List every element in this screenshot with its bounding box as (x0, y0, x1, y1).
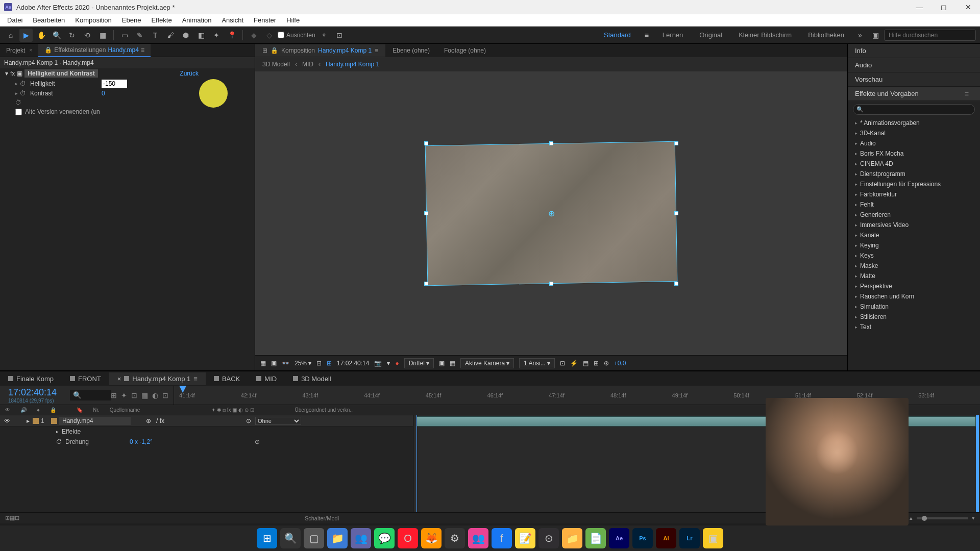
res-icon[interactable]: ⊡ (316, 360, 322, 367)
preset-folder[interactable]: ▸Keys (851, 251, 977, 261)
tl-tab-3d[interactable]: 3D Modell (285, 372, 339, 385)
bc-3dmodell[interactable]: 3D Modell (262, 61, 290, 68)
chevron-right-icon[interactable]: ▸ (15, 81, 18, 86)
tab-vorschau[interactable]: Vorschau (848, 72, 980, 87)
preset-folder[interactable]: ▸Boris FX Mocha (851, 148, 977, 159)
layer-switches[interactable]: ⊕ / fx (146, 417, 164, 424)
zoom-in-icon[interactable]: ▾ (972, 515, 975, 521)
timeline-search-input[interactable] (70, 390, 111, 400)
tab-effect-controls[interactable]: 🔒 Effekteinstellungen Handy.mp4 ≡ (38, 44, 151, 57)
snap-icon[interactable]: ◆ (247, 29, 260, 42)
show-snapshot-icon[interactable]: ▾ (387, 360, 390, 367)
lightroom-taskbar-icon[interactable]: Lr (679, 528, 700, 548)
menu-ebene[interactable]: Ebene (117, 15, 146, 26)
shy-icon[interactable]: ⊡ (131, 391, 137, 399)
photoshop-taskbar-icon[interactable]: Ps (632, 528, 653, 548)
mask-icon[interactable]: 👓 (282, 360, 289, 367)
preset-folder[interactable]: ▸Rauschen und Korn (851, 291, 977, 302)
draft3d-icon[interactable]: ✦ (121, 391, 127, 399)
toggle-switches-icon[interactable]: ⊞ (5, 515, 10, 521)
opera-icon[interactable]: O (398, 528, 418, 548)
layer-row[interactable]: 👁 ▸ 1 Handy.mp4 ⊕ / fx ⊙ Ohne (0, 415, 413, 427)
resize-handle[interactable] (674, 211, 678, 215)
lock-icon[interactable]: 🔒 (271, 47, 278, 54)
preset-folder[interactable]: ▸Generieren (851, 210, 977, 220)
zoom-dropdown[interactable]: 25% ▾ (295, 360, 311, 367)
default-icon[interactable]: ⊡ (333, 29, 346, 42)
eraser-tool[interactable]: ◧ (194, 29, 208, 42)
app-icon[interactable]: ⚙ (445, 528, 465, 548)
effect-name[interactable]: Helligkeit und Kontrast (24, 69, 97, 78)
grid-icon[interactable]: ⊞ (327, 360, 332, 367)
toggle-icon[interactable]: ▣ (271, 360, 277, 367)
maximize-button[interactable]: ◻ (936, 2, 951, 12)
timecode-display[interactable]: 17:02:40:14 (337, 360, 369, 367)
tab-composition[interactable]: ⊞ 🔒 Komposition Handy.mp4 Komp 1 ≡ (255, 44, 385, 57)
camera-tool[interactable]: ▦ (96, 29, 109, 42)
facebook-icon[interactable]: f (492, 528, 512, 548)
solo-column-icon[interactable]: ● (37, 407, 40, 413)
switches-icons[interactable]: ✦ ✱ ⧈ fx ▣ ◐ ⊙ ⊡ (211, 407, 254, 413)
comp-mini-flow-icon[interactable]: ⊞ (111, 391, 117, 399)
folder-icon[interactable]: 📁 (562, 528, 582, 548)
workspace-more-icon[interactable]: » (853, 29, 867, 42)
resize-handle[interactable] (549, 141, 553, 145)
preset-folder[interactable]: ▸Kanäle (851, 230, 977, 240)
preset-search-input[interactable]: 🔍 (853, 104, 975, 115)
pen-tool[interactable]: ✎ (133, 29, 146, 42)
anchor-point-icon[interactable]: ⊕ (547, 209, 555, 217)
layer-effects-group[interactable]: ▸ Effekte (0, 427, 413, 437)
whatsapp-icon[interactable]: 💬 (374, 528, 395, 548)
stamp-tool[interactable]: ⬢ (179, 29, 192, 42)
fast-preview-icon[interactable]: ⚡ (570, 360, 578, 367)
menu-bearbeiten[interactable]: Bearbeiten (28, 15, 70, 26)
preset-folder[interactable]: ▸Perspektive (851, 281, 977, 291)
transparency-icon[interactable]: ▦ (450, 360, 455, 367)
preset-folder[interactable]: ▸CINEMA 4D (851, 159, 977, 169)
snapping-icon[interactable]: ⌖ (317, 29, 331, 42)
preset-folder[interactable]: ▸Einstellungen für Expressions (851, 179, 977, 189)
effect-reset-link[interactable]: Zurück (180, 70, 199, 77)
kontrast-value[interactable]: 0 (102, 90, 105, 97)
tl-tab-handy[interactable]: ×Handy.mp4 Komp 1≡ (109, 372, 206, 385)
chevron-right-icon[interactable]: ▸ (56, 429, 59, 434)
resize-handle[interactable] (674, 141, 678, 145)
orbit-tool[interactable]: ↻ (65, 29, 79, 42)
stopwatch-icon[interactable]: ⏱ (20, 80, 27, 87)
fx-icon[interactable]: fx (10, 70, 15, 77)
flowchart-icon[interactable]: ⊞ (594, 360, 599, 367)
preset-folder[interactable]: ▸Text (851, 322, 977, 332)
snap2-icon[interactable]: ◇ (262, 29, 276, 42)
preset-folder[interactable]: ▸Immersives Video (851, 220, 977, 230)
workspace-kleiner[interactable]: Kleiner Bildschirm (731, 31, 799, 39)
home-tool[interactable]: ⌂ (4, 29, 17, 42)
switches-modes-label[interactable]: Schalter/Modi (305, 515, 339, 521)
firefox-icon[interactable]: 🦊 (421, 528, 442, 548)
layer-name[interactable]: Handy.mp4 (59, 417, 131, 425)
lock-icon[interactable]: 🔒 (44, 46, 52, 54)
toggle-modes-icon[interactable]: ▦ (10, 515, 15, 521)
workspace-menu-icon[interactable]: ≡ (640, 29, 653, 42)
explorer-icon[interactable]: 📁 (327, 528, 348, 548)
minimize-button[interactable]: — (912, 2, 927, 12)
motion-blur-icon[interactable]: ◐ (152, 391, 158, 399)
preset-folder[interactable]: ▸3D-Kanal (851, 128, 977, 138)
playhead-line[interactable] (416, 415, 417, 512)
chevron-right-icon[interactable]: ▸ (15, 91, 18, 96)
alpha-icon[interactable]: ▦ (260, 360, 266, 367)
workspace-bibliotheken[interactable]: Bibliotheken (801, 31, 851, 39)
timeline-icon[interactable]: ▤ (583, 360, 589, 367)
resize-handle[interactable] (424, 211, 428, 215)
roi-icon[interactable]: ▣ (439, 360, 445, 367)
puppet-tool[interactable]: 📍 (225, 29, 238, 42)
preset-folder[interactable]: ▸Keying (851, 240, 977, 251)
taskview-icon[interactable]: ▢ (304, 528, 324, 548)
frame-blend-icon[interactable]: ▦ (141, 391, 148, 399)
menu-ansicht[interactable]: Ansicht (216, 15, 249, 26)
tab-layer[interactable]: Ebene (ohne) (385, 44, 437, 57)
resize-handle[interactable] (424, 282, 428, 286)
tab-menu-icon[interactable]: ≡ (141, 46, 144, 54)
exposure-reset-icon[interactable]: ⊛ (604, 360, 609, 367)
exposure-value[interactable]: +0,0 (614, 360, 626, 367)
composition-viewer[interactable]: ⊕ (255, 71, 847, 355)
